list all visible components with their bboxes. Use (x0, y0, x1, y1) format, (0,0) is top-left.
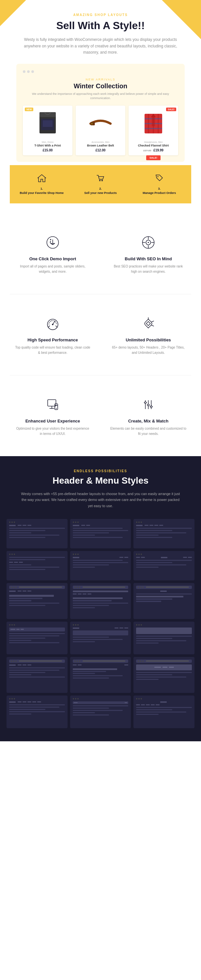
feature-title-seo: Build With SEO In Mind (110, 256, 186, 261)
header-demo-15[interactable] (133, 657, 195, 693)
home-icon (15, 173, 68, 185)
svg-point-15 (101, 180, 103, 181)
browser-dots (23, 70, 178, 73)
header-section-description: Westy comes with +55 pre-defined header … (19, 491, 182, 509)
hero-description: Westy is fully integrated with WooCommer… (22, 37, 179, 56)
header-demo-3[interactable] (133, 519, 195, 548)
features-section-2: High Speed Performance Top quality code … (0, 294, 201, 375)
feature-mix: Create, Mix & Match Elements can be easi… (105, 388, 191, 443)
feature-demo-import: One Click Demo Import Import all of page… (10, 226, 96, 281)
header-demo-7[interactable] (6, 583, 68, 619)
browser-dot-2 (27, 70, 30, 73)
svg-point-28 (52, 324, 54, 325)
hero-subtitle: AMAZING SHOP LAYOUTS (10, 13, 191, 17)
feature-text-2: Sell your new Products (73, 191, 127, 195)
header-demo-16[interactable] (6, 695, 68, 728)
header-styles-section: ENDLESS POSSIBILITIES Header & Menu Styl… (0, 456, 201, 741)
collection-label: NEW ARRIVALS (23, 78, 178, 81)
header-demo-18[interactable] (133, 695, 195, 728)
product-card-2[interactable]: Accessories, Men Brown Leather Belt £12.… (76, 106, 125, 155)
header-section-subtitle: ENDLESS POSSIBILITIES (6, 469, 195, 473)
header-demo-14[interactable] (70, 657, 131, 693)
header-demo-12[interactable] (133, 622, 195, 654)
tag-icon (133, 173, 186, 185)
svg-rect-3 (43, 120, 52, 127)
product-card-3[interactable]: SALE! Headphones, Men (128, 106, 178, 155)
product-badge-new: NEW (25, 108, 33, 111)
performance-icon (43, 314, 63, 334)
product-card-1[interactable]: NEW Men, Dress T-Shirt With a Print £15.… (23, 106, 73, 155)
svg-point-45 (147, 404, 149, 406)
product-name-1: T-Shirt With a Print (26, 144, 69, 147)
product-category-1: Men, Dress (26, 141, 69, 143)
feature-title-ux: Enhanced User Experience (15, 418, 91, 423)
seo-icon (139, 233, 158, 253)
header-demo-13[interactable] (6, 657, 68, 693)
cart-icon (73, 173, 127, 185)
product-category-2: Accessories, Men (79, 141, 122, 143)
mix-icon (139, 395, 158, 415)
header-demo-11[interactable] (70, 622, 131, 654)
browser-dot-3 (31, 70, 34, 73)
svg-point-14 (99, 180, 100, 181)
collection-title: Winter Collection (23, 83, 178, 90)
header-demo-10[interactable] (6, 622, 68, 654)
svg-line-30 (151, 321, 154, 322)
header-demo-17[interactable] (70, 695, 131, 728)
feature-desc-mix: Elements can be easily combined and cust… (110, 426, 186, 436)
feature-performance: High Speed Performance Top quality code … (10, 307, 96, 362)
product-image-3 (132, 109, 175, 138)
header-demos-grid (6, 519, 195, 728)
header-demo-9[interactable] (133, 583, 195, 619)
demo-import-icon (43, 233, 63, 253)
product-category-3: Headphones, Men (132, 141, 175, 143)
feature-desc-ux: Optimized to give your visitors the best… (15, 426, 91, 436)
product-price-1: £15.00 (26, 148, 69, 152)
product-new-price-3: £19.99 (154, 148, 163, 152)
features-section-3: Enhanced User Experience Optimized to gi… (0, 375, 201, 456)
header-demo-4[interactable] (6, 551, 68, 581)
product-name-3: Checked Flannel Shirt (132, 144, 175, 147)
feature-text-1: Build your Favorite Shop Home (15, 191, 68, 195)
hero-title: Sell With A Style!! (10, 19, 191, 32)
feature-strip-2: 2. Sell your new Products (72, 172, 129, 197)
feature-seo: Build With SEO In Mind Best SEO practice… (105, 226, 191, 281)
hero-section: AMAZING SHOP LAYOUTS Sell With A Style!!… (0, 0, 201, 213)
sale-button-3: SALE! (146, 155, 161, 160)
feature-num-2: 2. (73, 187, 127, 190)
collection-description: We understand the importance of approach… (23, 92, 178, 101)
header-demo-8[interactable] (70, 583, 131, 619)
product-image-1 (26, 109, 69, 138)
svg-point-16 (158, 176, 158, 177)
header-demo-1[interactable] (6, 519, 68, 548)
header-demo-6[interactable] (133, 551, 195, 581)
feature-desc-possibilities: 65+ demo layouts, 50+ Headers , 20+ Page… (110, 345, 186, 355)
ux-icon (43, 395, 63, 415)
feature-title-demo-import: One Click Demo Import (15, 256, 91, 261)
product-old-price-3: £27.89 (143, 149, 151, 152)
feature-num-1: 1. (15, 187, 68, 190)
feature-desc-performance: Top quality code will ensure fast loadin… (15, 345, 91, 355)
product-price-2: £12.00 (79, 148, 122, 152)
feature-title-performance: High Speed Performance (15, 337, 91, 342)
features-grid: One Click Demo Import Import all of page… (10, 226, 191, 281)
header-demo-2[interactable] (70, 519, 131, 548)
product-price-3: £27.89 £19.99 (132, 148, 175, 152)
feature-desc-demo-import: Import all of pages and posts, sample sl… (15, 264, 91, 274)
svg-point-44 (144, 402, 146, 404)
features-section: One Click Demo Import Import all of page… (0, 213, 201, 294)
product-badge-sale: SALE! (166, 108, 176, 111)
svg-rect-13 (152, 116, 155, 126)
feature-text-3: Manage Product Orders (133, 191, 186, 195)
feature-strip-3: 3. Manage Product Orders (131, 172, 188, 197)
features-grid-2: High Speed Performance Top quality code … (10, 307, 191, 362)
svg-rect-5 (91, 123, 93, 124)
browser-dot-1 (23, 70, 25, 73)
features-grid-3: Enhanced User Experience Optimized to gi… (10, 388, 191, 443)
header-demo-5[interactable] (70, 551, 131, 581)
svg-point-18 (50, 239, 51, 240)
feature-title-possibilities: Unlimited Possibilities (110, 337, 186, 342)
product-image-2 (79, 109, 122, 138)
svg-point-25 (148, 242, 149, 243)
svg-point-46 (150, 406, 152, 407)
